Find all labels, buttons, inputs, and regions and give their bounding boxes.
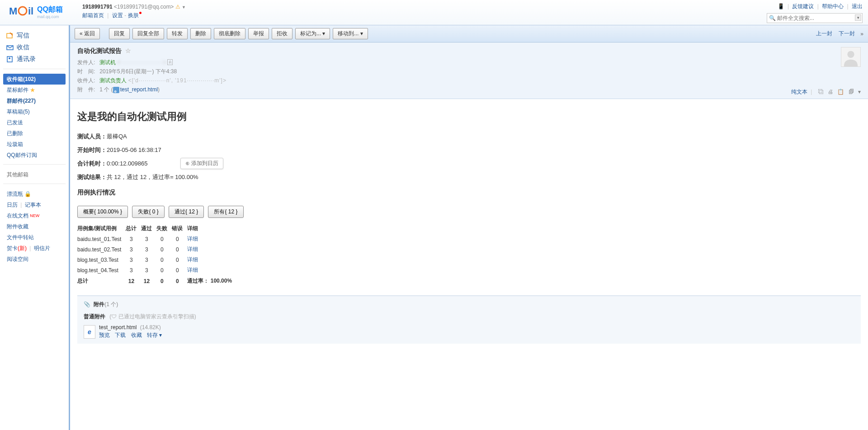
sidebar-item-attach-fav[interactable]: 附件收藏 [3, 221, 66, 232]
star-icon: ★ [30, 87, 35, 93]
attach-file-name: test_report.html [99, 324, 137, 331]
mark-as-button[interactable]: 标记为... ▾ [295, 28, 330, 39]
sidebar-item-readspace[interactable]: 阅读空间 [3, 254, 66, 265]
contacts-icon [6, 56, 14, 63]
detail-link[interactable]: 详细 [187, 256, 198, 263]
delete-button[interactable]: 删除 [190, 28, 211, 39]
link-mail-home[interactable]: 邮箱首页 [82, 12, 104, 19]
forward-button[interactable]: 转发 [167, 28, 188, 39]
app-header: M il QQ邮箱 mail.qq.com 1918991791 <191899… [0, 0, 868, 25]
passed-button[interactable]: 通过{ 12 } [169, 206, 204, 218]
sidebar-item-file-transfer[interactable]: 文件中转站 [3, 232, 66, 243]
sidebar-item-drafts[interactable]: 草稿箱(5) [3, 106, 66, 117]
detail-link[interactable]: 详细 [187, 267, 198, 273]
svg-rect-7 [7, 57, 12, 62]
svg-text:il: il [28, 5, 33, 17]
mail-toolbar: « 返回 回复 回复全部 转发 删除 彻底删除 举报 拒收 标记为... ▾ 移… [70, 25, 868, 43]
sidebar-item-inbox[interactable]: 收件箱(102) [3, 74, 66, 85]
sidebar-item-subscribe[interactable]: QQ邮件订阅 [3, 150, 66, 161]
search-input[interactable] [767, 13, 863, 23]
attach-transfer-link[interactable]: 转存 ▾ [147, 332, 162, 338]
reject-button[interactable]: 拒收 [272, 28, 292, 39]
attach-file-size: (14.82K) [140, 324, 161, 331]
link-skin[interactable]: 换肤 [128, 12, 142, 19]
sidebar-item-spam[interactable]: 垃圾箱 [3, 139, 66, 150]
attach-favorite-link[interactable]: 收藏 [131, 332, 142, 338]
report-spam-button[interactable]: 举报 [248, 28, 269, 39]
mail-header-panel: 自动化测试报告 ☆ 发件人: 测试机 < ···················… [70, 43, 868, 99]
sidebar: 写信 收信 通讯录 收件箱(102) 星标邮件 ★ 群邮件(227) 草稿箱(5… [0, 25, 70, 430]
svg-point-8 [9, 57, 10, 59]
link-notes[interactable]: 记事本 [25, 202, 41, 208]
inbox-icon [6, 44, 14, 51]
copy-icon[interactable]: 📋 [837, 89, 844, 95]
receive-link[interactable]: 收信 [3, 42, 66, 53]
delete-permanent-button[interactable]: 彻底删除 [214, 28, 245, 39]
sidebar-item-docs[interactable]: 在线文档 NEW [3, 210, 66, 221]
search-icon: 🔍 [769, 15, 776, 21]
sidebar-item-star[interactable]: 星标邮件 ★ [3, 85, 66, 95]
reply-button[interactable]: 回复 [109, 28, 130, 39]
scan-info: (🛡 已通过电脑管家云查杀引擎扫描) [109, 313, 196, 320]
table-footer-row: 总计 12 12 0 0 通过率： 100.00% [77, 275, 236, 286]
mail-subject: 自动化测试报告 ☆ [77, 47, 861, 55]
expand-icon[interactable]: » [860, 31, 863, 37]
sidebar-item-group[interactable]: 群邮件(227) [3, 95, 66, 106]
section-title: 用例执行情况 [77, 189, 861, 197]
html-file-icon [113, 87, 119, 93]
star-toggle-icon[interactable]: ☆ [125, 47, 131, 54]
window-icon[interactable]: ⿻ [818, 89, 824, 95]
prev-mail-link[interactable]: 上一封 [816, 30, 832, 38]
link-settings[interactable]: 设置 [112, 12, 123, 19]
warning-icon[interactable]: ⚠ [175, 4, 180, 10]
table-row: baidu.test_01.Test3300详细 [77, 234, 236, 244]
recipient-name[interactable]: 测试负责人 [99, 77, 127, 84]
export-icon[interactable]: 🗐 [849, 89, 854, 95]
sidebar-item-sent[interactable]: 已发送 [3, 117, 66, 128]
attach-preview-link[interactable]: 预览 [99, 332, 110, 338]
print-icon[interactable]: 🖨 [828, 89, 833, 95]
link-help[interactable]: 帮助中心 [822, 3, 844, 9]
recipient-address: <['d··············n', '191··············… [128, 77, 226, 84]
compose-link[interactable]: 写信 [3, 30, 66, 42]
sidebar-item-other-mailbox[interactable]: 其他邮箱 [3, 169, 66, 180]
account-area: 1918991791 <1918991791@qq.com> ⚠ ▼ 邮箱首页 … [82, 4, 186, 19]
svg-point-9 [847, 51, 854, 58]
attach-link[interactable]: test_report.html [120, 86, 158, 93]
add-to-calendar-hint[interactable]: ⊕ 添加到日历 [180, 158, 223, 169]
sidebar-item-bottle[interactable]: 漂流瓶 🔒 [3, 189, 66, 199]
link-calendar[interactable]: 日历 [7, 202, 18, 208]
detail-link[interactable]: 详细 [187, 236, 198, 242]
sender-avatar[interactable] [841, 47, 861, 67]
failed-button[interactable]: 失败{ 0 } [132, 206, 164, 218]
sidebar-item-calendar-notes: 日历 | 记事本 [3, 199, 66, 210]
normal-attach-label: 普通附件 [84, 313, 105, 320]
dropdown-icon[interactable]: ▼ [182, 5, 186, 9]
svg-text:mail.qq.com: mail.qq.com [37, 14, 59, 19]
link-postcard[interactable]: 明信片 [34, 245, 50, 251]
all-button[interactable]: 所有{ 12 } [208, 206, 243, 218]
mail-tools: 纯文本 | ⿻ 🖨 📋 🗐 ▾ [791, 88, 861, 96]
table-row: baidu.test_02.Test3300详细 [77, 244, 236, 255]
move-to-button[interactable]: 移动到... ▾ [333, 28, 368, 39]
mail-time: 2019年5月6日(星期一) 下午4:38 [99, 68, 177, 75]
link-feedback[interactable]: 反馈建议 [792, 3, 814, 9]
reply-all-button[interactable]: 回复全部 [132, 28, 164, 39]
more-dropdown-icon[interactable]: ▾ [858, 89, 861, 95]
report-filter-buttons: 概要{ 100.00% } 失败{ 0 } 通过{ 12 } 所有{ 12 } [77, 206, 861, 218]
attach-download-link[interactable]: 下载 [115, 332, 126, 338]
summary-button[interactable]: 概要{ 100.00% } [77, 206, 128, 218]
plaintext-link[interactable]: 纯文本 [791, 89, 807, 95]
link-logout[interactable]: 退出 [852, 3, 863, 9]
detail-link[interactable]: 详细 [187, 246, 198, 252]
back-button[interactable]: « 返回 [75, 28, 100, 39]
link-card[interactable]: 贺卡(新) [7, 245, 27, 251]
contact-card-icon[interactable]: 🄰 [167, 59, 173, 66]
sidebar-folders: 收件箱(102) 星标邮件 ★ 群邮件(227) 草稿箱(5) 已发送 已删除 … [3, 72, 66, 165]
mobile-icon[interactable]: 📱 [778, 3, 784, 9]
search-dropdown-icon[interactable]: ▾ [855, 14, 861, 21]
sender-name[interactable]: 测试机 [99, 59, 116, 66]
contacts-link[interactable]: 通讯录 [3, 53, 66, 65]
next-mail-link[interactable]: 下一封 [839, 30, 855, 38]
sidebar-item-deleted[interactable]: 已删除 [3, 128, 66, 139]
